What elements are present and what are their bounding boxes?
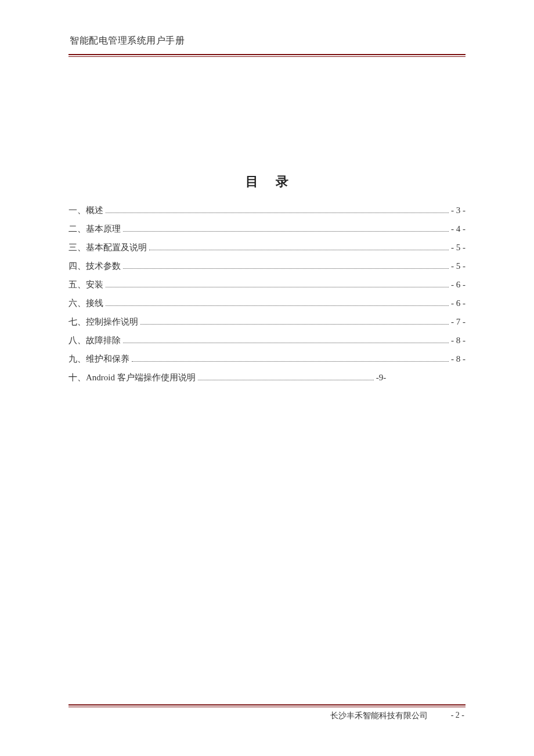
toc-item-leader [123, 343, 449, 343]
footer-page-number: - 2 - [451, 711, 464, 721]
toc-item-leader [106, 287, 449, 287]
toc-item-label: 五、安装 [68, 278, 103, 291]
toc-item-label: 十、Android 客户端操作使用说明 [68, 370, 196, 384]
toc-item: 三、基本配置及说明 - 5 - [68, 240, 466, 254]
toc-item: 九、维护和保养 - 8 - [68, 352, 466, 366]
toc-item-page: - 8 - [451, 352, 466, 366]
toc-item: 四、技术参数 - 5 - [68, 259, 466, 273]
toc-item-leader [140, 324, 449, 325]
header-rule-thick [68, 54, 466, 55]
toc-item-page: - 7 - [451, 315, 466, 329]
footer-rule-thin [68, 707, 466, 707]
footer-company: 长沙丰禾智能科技有限公司 [330, 711, 428, 721]
toc-item-page: - 3 - [451, 203, 466, 217]
toc-item-label: 二、基本原理 [68, 222, 121, 236]
toc-item: 八、故障排除 - 8 - [68, 333, 466, 347]
toc-item-label: 九、维护和保养 [68, 352, 129, 366]
toc-title: 目录 [68, 173, 466, 190]
toc-item-label: 一、概述 [68, 203, 103, 217]
toc-item-page: - 6 - [451, 278, 466, 291]
toc-item-label: 八、故障排除 [68, 333, 121, 347]
toc-item-page: -9- [376, 370, 387, 384]
toc-item-label: 三、基本配置及说明 [68, 240, 147, 254]
toc-item: 二、基本原理 - 4 - [68, 222, 466, 236]
document-page: 智能配电管理系统用户手册 目录 一、概述 - 3 - 二、基本原理 - 4 - … [0, 0, 534, 756]
footer-rule-thick [68, 704, 466, 705]
toc-item-page: - 8 - [451, 333, 466, 347]
toc-item: 七、控制操作说明 - 7 - [68, 315, 466, 329]
toc-item: 十、Android 客户端操作使用说明 -9- [68, 370, 386, 384]
toc-list: 一、概述 - 3 - 二、基本原理 - 4 - 三、基本配置及说明 - 5 - … [68, 203, 466, 384]
toc-item: 一、概述 - 3 - [68, 203, 466, 217]
toc-item-page: - 6 - [451, 296, 466, 310]
toc-item-leader [123, 231, 449, 232]
header-title: 智能配电管理系统用户手册 [68, 32, 466, 48]
header-rule-thin [68, 56, 466, 57]
toc-item-leader [106, 305, 449, 306]
toc-item-leader [123, 268, 449, 269]
toc-item-leader [132, 361, 449, 362]
toc-item: 六、接线 - 6 - [68, 296, 466, 310]
toc-item-label: 七、控制操作说明 [68, 315, 138, 329]
footer-row: 长沙丰禾智能科技有限公司 - 2 - [68, 711, 466, 721]
toc-item-label: 六、接线 [68, 296, 103, 310]
toc-item-label: 四、技术参数 [68, 259, 121, 273]
toc-item-page: - 5 - [451, 240, 466, 254]
toc-item-page: - 4 - [451, 222, 466, 236]
toc-item-leader [149, 250, 449, 250]
toc-item-leader [198, 380, 374, 380]
toc-item-page: - 5 - [451, 259, 466, 273]
toc-item: 五、安装 - 6 - [68, 278, 466, 291]
toc-item-leader [106, 213, 449, 213]
page-footer: 长沙丰禾智能科技有限公司 - 2 - [68, 704, 466, 721]
